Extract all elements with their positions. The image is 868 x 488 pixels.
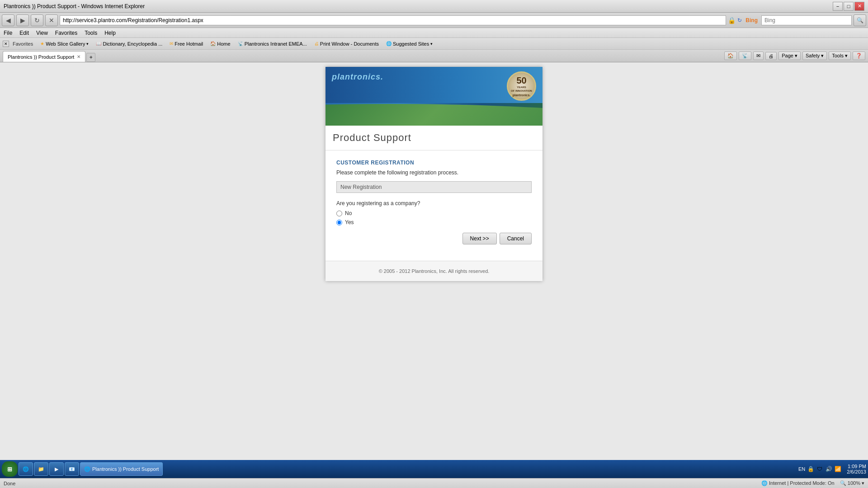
fav-close-button[interactable]: ✕ [3, 41, 9, 47]
back-button[interactable]: ◀ [2, 14, 14, 26]
status-bar: Done 🌐 Internet | Protected Mode: On 🔍 1… [0, 478, 868, 488]
favorites-bar-item-home[interactable]: 🏠 Home [208, 40, 232, 47]
logo-text: plantronics. [332, 72, 383, 81]
window-title: Plantronics )) Product Support - Windows… [4, 3, 145, 9]
taskbar-ie-icon[interactable]: 🌐 [19, 462, 33, 476]
product-support-bar: Product Support [326, 126, 542, 150]
zoom-level[interactable]: 🔍 100% ▾ [840, 480, 864, 486]
forward-button[interactable]: ▶ [16, 14, 29, 26]
section-description: Please complete the following registrati… [336, 169, 532, 176]
search-button[interactable]: 🔍 [854, 14, 866, 26]
stop-button[interactable]: ✕ [45, 14, 58, 26]
favorites-bar: ✕ Favorites ★ Web Slice Gallery ▾ 📖 Dict… [0, 38, 868, 50]
radio-yes[interactable] [336, 220, 342, 225]
taskbar-active-window[interactable]: 🌐 Plantronics )) Product Support [80, 462, 163, 476]
taskbar-folder-icon[interactable]: 📁 [34, 462, 48, 476]
refresh-icon: ↻ [737, 17, 742, 23]
anniversary-badge: 50 YEARS OF INNOVATION plantronics. [507, 71, 536, 101]
favorites-bar-item-plantronics-intranet[interactable]: 📡 Plantronics Intranet EMEA... [236, 40, 309, 47]
address-input[interactable] [60, 15, 726, 25]
taskbar-window-icon: 🌐 [84, 466, 90, 472]
menu-tools[interactable]: Tools [85, 30, 97, 36]
tab-bar: Plantronics )) Product Support ✕ + 🏠 📡 ✉… [0, 50, 868, 62]
menu-view[interactable]: View [36, 30, 48, 36]
taskbar: ⊞ 🌐 📁 ▶ 📧 🌐 Plantronics )) Product Suppo… [0, 460, 868, 478]
maximize-button[interactable]: □ [844, 2, 854, 11]
close-button[interactable]: ✕ [854, 2, 864, 11]
badge-number: 50 [516, 75, 526, 86]
mail-button[interactable]: ✉ [753, 52, 764, 60]
hotmail-icon: ✉ [170, 41, 173, 46]
refresh-button[interactable]: ↻ [31, 14, 43, 26]
radio-option-yes: Yes [336, 219, 532, 225]
home-label: Home [217, 41, 230, 47]
browser-content: plantronics. 50 YEARS OF INNOVATION plan… [0, 62, 868, 470]
hotmail-label: Free Hotmail [175, 41, 203, 47]
favorites-label: Favorites [13, 41, 33, 47]
menu-edit[interactable]: Edit [19, 30, 29, 36]
tools-button[interactable]: Tools ▾ [829, 52, 851, 60]
taskbar-outlook-icon[interactable]: 📧 [65, 462, 79, 476]
plantronics-intranet-label: Plantronics Intranet EMEA... [245, 41, 307, 47]
radio-no[interactable] [336, 211, 342, 216]
suggested-sites-label: Suggested Sites [393, 41, 429, 47]
next-button[interactable]: Next >> [462, 233, 497, 244]
security-zone: 🌐 Internet | Protected Mode: On [761, 480, 835, 486]
bing-icon: Bing [744, 17, 760, 23]
title-bar: Plantronics )) Product Support - Windows… [0, 0, 868, 13]
section-title: CUSTOMER REGISTRATION [336, 160, 532, 166]
registration-type-input[interactable] [336, 181, 532, 193]
window-controls: − □ ✕ [833, 2, 864, 11]
radio-yes-label: Yes [345, 219, 354, 225]
menu-help[interactable]: Help [104, 30, 116, 36]
home-icon: 🏠 [210, 41, 216, 46]
copyright-text: © 2005 - 2012 Plantronics, Inc. All righ… [333, 268, 535, 274]
taskbar-media-icon[interactable]: ▶ [49, 462, 64, 476]
print-window-label: Print Window - Documents [320, 41, 379, 47]
suggested-sites-arrow: ▾ [430, 42, 433, 46]
tray-icon-1: 🔒 [807, 465, 814, 473]
radio-option-no: No [336, 210, 532, 216]
web-slice-label: Web Slice Gallery [46, 41, 85, 47]
menu-bar: File Edit View Favorites Tools Help [0, 28, 868, 38]
help-button[interactable]: ❓ [853, 52, 865, 60]
favorites-bar-item-dictionary[interactable]: 📖 Dictionary, Encyclopedia ... [94, 40, 164, 47]
status-right: 🌐 Internet | Protected Mode: On 🔍 100% ▾ [761, 480, 864, 486]
print-button[interactable]: 🖨 [765, 52, 777, 60]
menu-file[interactable]: File [4, 30, 12, 36]
feeds-button[interactable]: 📡 [739, 52, 751, 60]
system-tray: EN 🔒 🛡 🔊 📶 1:09 PM 2/6/2013 [798, 464, 866, 474]
cancel-button[interactable]: Cancel [500, 233, 532, 244]
favorites-bar-item-web-slice[interactable]: ★ Web Slice Gallery ▾ [38, 40, 90, 47]
tray-icon-2: 🛡 [816, 465, 823, 473]
system-clock: 1:09 PM 2/6/2013 [847, 464, 866, 474]
favorites-bar-item-suggested-sites[interactable]: 🌐 Suggested Sites ▾ [384, 40, 434, 47]
web-slice-icon: ★ [40, 41, 44, 46]
tab-label: Plantronics )) Product Support [8, 54, 74, 60]
page-button[interactable]: Page ▾ [778, 52, 801, 60]
tray-icon-network: 📶 [834, 465, 841, 473]
favorites-bar-item-hotmail[interactable]: ✉ Free Hotmail [168, 40, 205, 47]
button-row: Next >> Cancel [336, 233, 532, 252]
badge-line1: YEARS [517, 86, 526, 89]
dictionary-label: Dictionary, Encyclopedia ... [103, 41, 162, 47]
windows-icon: ⊞ [7, 466, 12, 473]
tab-close-icon[interactable]: ✕ [77, 54, 80, 59]
clock-time: 1:09 PM [847, 464, 866, 469]
minimize-button[interactable]: − [833, 2, 843, 11]
start-button[interactable]: ⊞ [2, 461, 18, 477]
taskbar-window-label: Plantronics )) Product Support [92, 466, 159, 472]
search-input[interactable] [761, 15, 852, 25]
site-header: plantronics. 50 YEARS OF INNOVATION plan… [326, 67, 542, 126]
home-toolbar-button[interactable]: 🏠 [724, 52, 737, 60]
clock-date: 2/6/2013 [847, 469, 866, 474]
new-tab-button[interactable]: + [86, 53, 95, 62]
safety-button[interactable]: Safety ▾ [802, 52, 827, 60]
print-window-icon: 🖨 [314, 41, 319, 46]
badge-brand: plantronics. [513, 94, 531, 97]
tab-plantronics-support[interactable]: Plantronics )) Product Support ✕ [3, 51, 85, 62]
menu-favorites[interactable]: Favorites [55, 30, 77, 36]
favorites-bar-item-print-window[interactable]: 🖨 Print Window - Documents [312, 40, 381, 47]
product-support-title: Product Support [333, 132, 535, 144]
ssl-icon: 🔒 [728, 17, 736, 24]
